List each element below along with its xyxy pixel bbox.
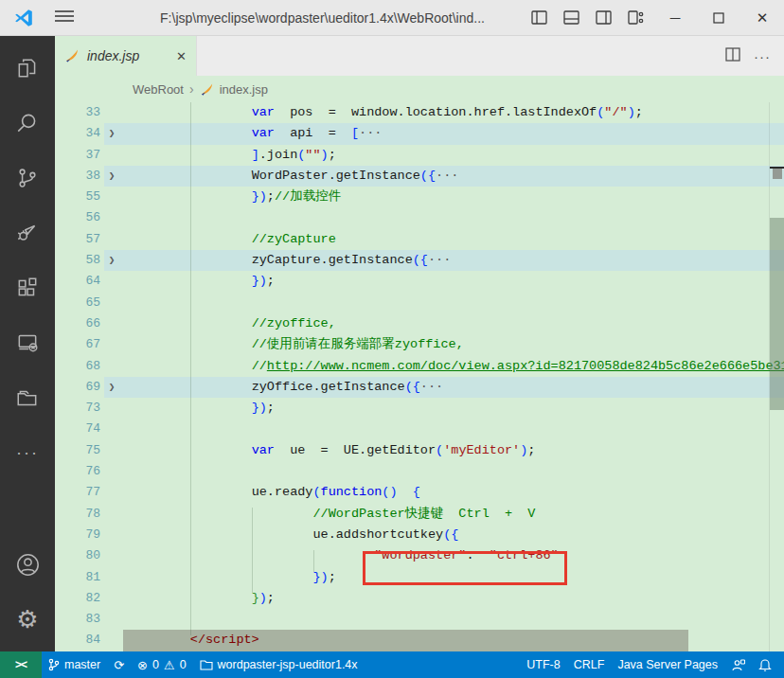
- line-number[interactable]: 79: [55, 525, 100, 545]
- breadcrumb-folder[interactable]: WebRoot: [133, 82, 184, 97]
- code-line-37[interactable]: 37 ].join("");: [55, 145, 784, 166]
- line-number[interactable]: 64: [55, 271, 100, 292]
- line-number[interactable]: 55: [55, 187, 100, 207]
- activity-bar: ··· ⚙: [0, 36, 55, 651]
- remote-explorer-icon[interactable]: [5, 320, 50, 366]
- toggle-sidebar-icon[interactable]: [531, 10, 547, 25]
- line-number[interactable]: 76: [55, 461, 100, 482]
- line-number[interactable]: 74: [55, 419, 100, 439]
- encoding-item[interactable]: UTF-8: [520, 651, 566, 678]
- code-line-78[interactable]: 78 //WordPaster快捷键 Ctrl + V: [55, 504, 784, 525]
- code-line-65[interactable]: 65: [55, 293, 784, 313]
- account-icon[interactable]: [5, 542, 50, 587]
- fold-gutter: [100, 440, 123, 461]
- line-number[interactable]: 81: [55, 567, 100, 588]
- search-icon[interactable]: [5, 100, 50, 146]
- maximize-button[interactable]: [697, 0, 740, 36]
- workspace-folder-item[interactable]: wordpaster-jsp-ueditor1.4x: [193, 651, 365, 678]
- fold-chevron-icon[interactable]: ❯: [100, 166, 123, 187]
- notifications-bell-icon[interactable]: [752, 651, 778, 678]
- feedback-icon[interactable]: [724, 651, 752, 678]
- vscode-logo-icon: [11, 6, 36, 30]
- line-number[interactable]: 80: [55, 545, 100, 566]
- minimize-button[interactable]: ─: [653, 0, 697, 36]
- code-line-73[interactable]: 73 });: [55, 398, 784, 419]
- line-number[interactable]: 82: [55, 588, 100, 609]
- tab-index-jsp[interactable]: index.jsp ✕: [55, 36, 197, 76]
- eol-item[interactable]: CRLF: [567, 651, 612, 678]
- line-number[interactable]: 38: [55, 166, 100, 187]
- toggle-panel-icon[interactable]: [563, 10, 579, 25]
- code-line-67[interactable]: 67 //使用前请在服务端部署zyoffice,: [55, 334, 784, 355]
- code-text: ].join("");: [123, 145, 784, 166]
- line-number[interactable]: 68: [55, 356, 100, 377]
- line-number[interactable]: 37: [55, 145, 100, 166]
- code-text: });: [123, 588, 784, 609]
- code-text: });: [123, 398, 784, 419]
- code-editor[interactable]: 33 var pos = window.location.href.lastIn…: [55, 102, 784, 651]
- line-number[interactable]: 73: [55, 398, 100, 419]
- line-number[interactable]: 84: [55, 630, 100, 651]
- line-number[interactable]: 34: [55, 123, 100, 144]
- code-line-68[interactable]: 68 //http://www.ncmem.com/doc/view.aspx?…: [55, 356, 784, 377]
- line-number[interactable]: 56: [55, 207, 100, 228]
- code-line-79[interactable]: 79 ue.addshortcutkey({: [55, 525, 784, 545]
- settings-gear-icon[interactable]: ⚙: [5, 597, 50, 642]
- code-line-66[interactable]: 66 //zyoffice,: [55, 313, 784, 334]
- line-number[interactable]: 75: [55, 440, 100, 461]
- fold-gutter: [100, 187, 123, 207]
- line-number[interactable]: 83: [55, 609, 100, 630]
- split-editor-icon[interactable]: [725, 47, 740, 65]
- line-number[interactable]: 67: [55, 334, 100, 355]
- line-number[interactable]: 65: [55, 293, 100, 313]
- code-line-69[interactable]: 69❯ zyOffice.getInstance({···: [55, 377, 784, 398]
- code-line-75[interactable]: 75 var ue = UE.getEditor('myEditor');: [55, 440, 784, 461]
- source-control-icon[interactable]: [5, 155, 50, 201]
- code-line-55[interactable]: 55 });//加载控件: [55, 187, 784, 207]
- editor-scrollbar[interactable]: [769, 102, 784, 651]
- line-number[interactable]: 69: [55, 377, 100, 398]
- tab-close-icon[interactable]: ✕: [176, 49, 187, 63]
- line-number[interactable]: 77: [55, 482, 100, 503]
- line-number[interactable]: 33: [55, 102, 100, 123]
- breadcrumb-file[interactable]: index.jsp: [220, 82, 268, 97]
- code-line-74[interactable]: 74: [55, 419, 784, 439]
- line-number[interactable]: 78: [55, 504, 100, 525]
- code-line-84[interactable]: 84 </script>: [55, 630, 784, 651]
- close-window-button[interactable]: ✕: [740, 0, 784, 36]
- fold-chevron-icon[interactable]: ❯: [100, 123, 123, 144]
- code-line-56[interactable]: 56: [55, 207, 784, 228]
- git-branch-item[interactable]: master: [42, 651, 107, 678]
- folder-explorer-icon[interactable]: [5, 375, 50, 420]
- editor-more-actions-icon[interactable]: ···: [754, 48, 771, 64]
- code-line-77[interactable]: 77 ue.ready(function() {: [55, 482, 784, 503]
- explorer-icon[interactable]: [5, 45, 50, 91]
- code-line-82[interactable]: 82 });: [55, 588, 784, 609]
- fold-gutter: [100, 334, 123, 355]
- scrollbar-thumb[interactable]: [770, 218, 784, 410]
- sync-icon[interactable]: ⟳: [107, 651, 131, 678]
- code-line-38[interactable]: 38❯ WordPaster.getInstance({···: [55, 166, 784, 187]
- code-line-83[interactable]: 83: [55, 609, 784, 630]
- customize-layout-icon[interactable]: [628, 10, 644, 25]
- more-views-icon[interactable]: ···: [5, 430, 50, 475]
- menu-hamburger-icon[interactable]: [55, 9, 76, 27]
- code-line-33[interactable]: 33 var pos = window.location.href.lastIn…: [55, 102, 784, 123]
- remote-indicator[interactable]: ><: [0, 651, 42, 678]
- problems-item[interactable]: ⊗ 0 ⚠ 0: [131, 651, 192, 678]
- line-number[interactable]: 57: [55, 229, 100, 250]
- code-line-76[interactable]: 76: [55, 461, 784, 482]
- line-number[interactable]: 66: [55, 313, 100, 334]
- fold-gutter: [100, 145, 123, 166]
- code-line-58[interactable]: 58❯ zyCapture.getInstance({···: [55, 250, 784, 271]
- code-line-64[interactable]: 64 });: [55, 271, 784, 292]
- toggle-secondary-sidebar-icon[interactable]: [596, 10, 612, 25]
- extensions-icon[interactable]: [5, 265, 50, 311]
- language-mode-item[interactable]: Java Server Pages: [611, 651, 724, 678]
- fold-chevron-icon[interactable]: ❯: [100, 250, 123, 271]
- code-line-34[interactable]: 34❯ var api = [···: [55, 123, 784, 144]
- code-line-57[interactable]: 57 //zyCapture: [55, 229, 784, 250]
- run-debug-icon[interactable]: [5, 210, 50, 256]
- fold-chevron-icon[interactable]: ❯: [100, 377, 123, 398]
- line-number[interactable]: 58: [55, 250, 100, 271]
